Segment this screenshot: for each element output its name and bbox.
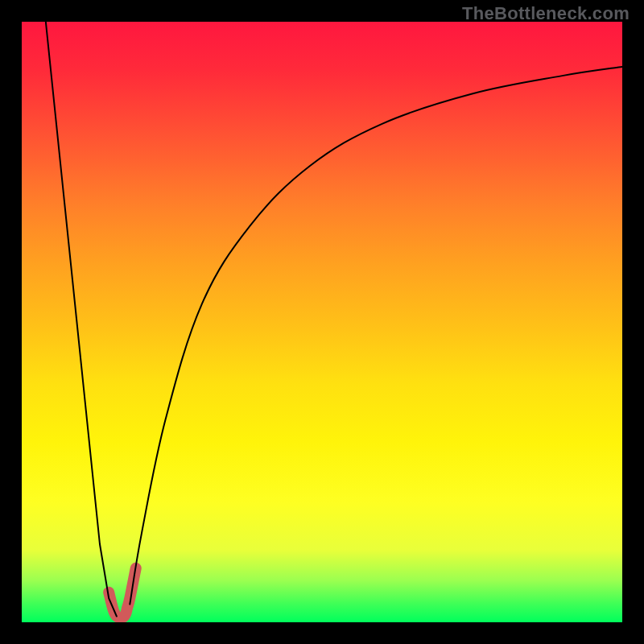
series-left-branch xyxy=(46,22,117,617)
plot-area xyxy=(22,22,622,622)
chart-frame: TheBottleneck.com xyxy=(0,0,644,644)
chart-svg xyxy=(22,22,622,622)
watermark-text: TheBottleneck.com xyxy=(462,3,630,24)
series-right-branch xyxy=(130,67,622,605)
